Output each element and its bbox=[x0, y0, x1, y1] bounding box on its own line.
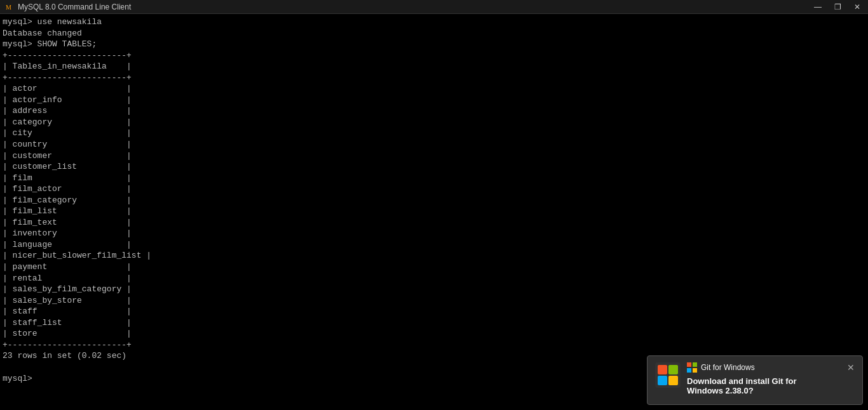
git-notification-title: Download and install Git for Windows 2.3… bbox=[687, 376, 855, 395]
git-for-windows-icon bbox=[655, 362, 681, 388]
notification-close-button[interactable]: ✕ bbox=[847, 363, 855, 372]
titlebar-title: MySQL 8.0 Command Line Client bbox=[18, 3, 131, 11]
mysql-icon: M bbox=[5, 3, 14, 11]
svg-rect-9 bbox=[687, 368, 691, 373]
minimize-button[interactable]: — bbox=[811, 3, 824, 11]
titlebar-left: M MySQL 8.0 Command Line Client bbox=[5, 3, 131, 11]
svg-text:M: M bbox=[6, 4, 11, 11]
terminal-area[interactable]: mysql> use newsakila Database changed my… bbox=[0, 14, 868, 410]
svg-rect-8 bbox=[693, 362, 697, 367]
git-icon-wrapper bbox=[655, 362, 681, 388]
svg-rect-4 bbox=[668, 365, 678, 374]
svg-rect-10 bbox=[693, 368, 697, 373]
svg-rect-5 bbox=[658, 376, 667, 385]
git-app-name: Git for Windows bbox=[701, 363, 843, 372]
git-notification: Git for Windows ✕ Download and install G… bbox=[647, 355, 863, 405]
git-notification-header: Git for Windows ✕ bbox=[687, 362, 855, 373]
close-button[interactable]: ✕ bbox=[851, 3, 863, 11]
svg-rect-6 bbox=[668, 376, 678, 385]
titlebar: M MySQL 8.0 Command Line Client — ❐ ✕ bbox=[0, 0, 868, 14]
maximize-button[interactable]: ❐ bbox=[832, 3, 844, 11]
titlebar-controls: — ❐ ✕ bbox=[811, 3, 863, 11]
svg-rect-3 bbox=[658, 365, 667, 374]
svg-rect-7 bbox=[687, 362, 691, 367]
git-content: Git for Windows ✕ Download and install G… bbox=[687, 362, 855, 398]
windows-icon bbox=[687, 362, 697, 373]
